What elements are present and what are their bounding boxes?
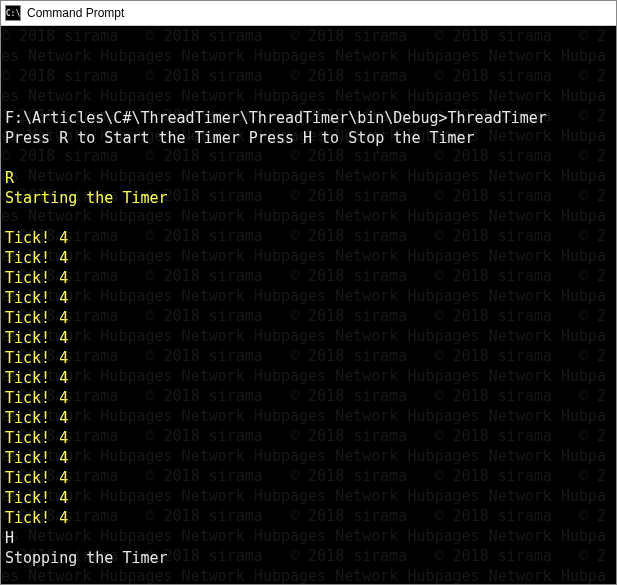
terminal-line: Tick! 4 <box>5 308 612 328</box>
terminal-line: Tick! 4 <box>5 368 612 388</box>
window-title: Command Prompt <box>27 6 124 20</box>
window: C:\ Command Prompt © 2018 sirama © 2018 … <box>0 0 617 585</box>
terminal-line: Tick! 4 <box>5 348 612 368</box>
terminal-line: Tick! 4 <box>5 408 612 428</box>
terminal[interactable]: © 2018 sirama © 2018 sirama © 2018 siram… <box>1 26 616 584</box>
terminal-line: Tick! 4 <box>5 328 612 348</box>
terminal-line: Tick! 4 <box>5 228 612 248</box>
terminal-line: Tick! 4 <box>5 488 612 508</box>
terminal-line <box>5 568 612 584</box>
terminal-line: Tick! 4 <box>5 468 612 488</box>
terminal-line: Starting the Timer <box>5 188 612 208</box>
terminal-line: Tick! 4 <box>5 288 612 308</box>
terminal-line: Press R to Start the Timer Press H to St… <box>5 128 612 148</box>
terminal-line <box>5 88 612 108</box>
terminal-content: F:\Articles\C#\ThreadTimer\ThreadTimer\b… <box>5 88 612 584</box>
terminal-line: Tick! 4 <box>5 448 612 468</box>
terminal-line: Tick! 4 <box>5 428 612 448</box>
terminal-line: Tick! 4 <box>5 268 612 288</box>
terminal-line <box>5 208 612 228</box>
terminal-line: Tick! 4 <box>5 388 612 408</box>
terminal-line: F:\Articles\C#\ThreadTimer\ThreadTimer\b… <box>5 108 612 128</box>
titlebar[interactable]: C:\ Command Prompt <box>1 1 616 26</box>
terminal-line <box>5 148 612 168</box>
terminal-line: Tick! 4 <box>5 248 612 268</box>
terminal-line: Stopping the Timer <box>5 548 612 568</box>
terminal-line: H <box>5 528 612 548</box>
terminal-line: Tick! 4 <box>5 508 612 528</box>
cmd-icon: C:\ <box>5 5 21 21</box>
terminal-line: R <box>5 168 612 188</box>
